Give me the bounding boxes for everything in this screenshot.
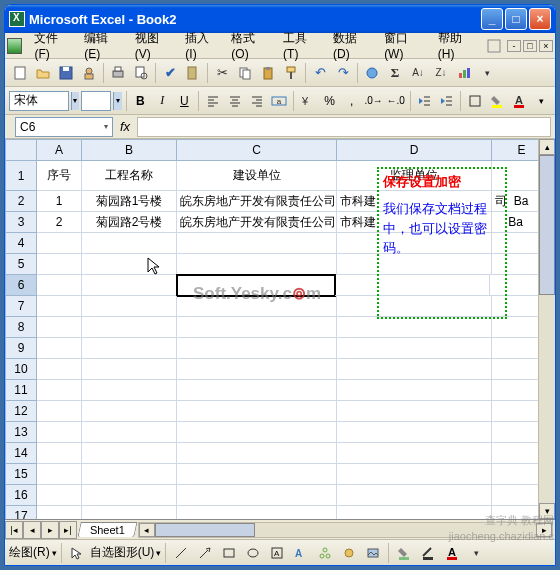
vertical-scrollbar[interactable]: ▴ ▾	[538, 139, 555, 519]
help-input-icon[interactable]	[487, 39, 501, 53]
cell[interactable]	[177, 233, 337, 254]
scroll-track[interactable]	[539, 295, 555, 503]
cut-button[interactable]: ✂	[211, 62, 233, 84]
menu-help[interactable]: 帮助(H)	[432, 27, 483, 64]
cell[interactable]	[82, 464, 177, 485]
row-header[interactable]: 10	[5, 359, 37, 380]
cell[interactable]: 皖东房地产开发有限责任公司	[177, 212, 337, 233]
cell[interactable]	[82, 380, 177, 401]
row-header[interactable]: 17	[5, 506, 37, 519]
cell[interactable]	[82, 443, 177, 464]
cell[interactable]	[337, 443, 492, 464]
textbox-button[interactable]: A	[266, 542, 288, 564]
cell[interactable]	[177, 443, 337, 464]
col-header-c[interactable]: C	[177, 139, 337, 161]
row-header[interactable]: 3	[5, 212, 37, 233]
cell[interactable]	[37, 401, 82, 422]
paste-button[interactable]	[257, 62, 279, 84]
col-header-b[interactable]: B	[82, 139, 177, 161]
clipart-button[interactable]	[338, 542, 360, 564]
toolbar-options-button[interactable]: ▾	[476, 62, 498, 84]
cell[interactable]	[177, 254, 337, 275]
font-size-dropdown[interactable]: ▾	[113, 92, 121, 110]
menu-insert[interactable]: 插入(I)	[179, 27, 225, 64]
merge-center-button[interactable]: a	[269, 91, 289, 111]
redo-button[interactable]: ↷	[332, 62, 354, 84]
tab-nav-next[interactable]: ▸	[41, 521, 59, 539]
cell[interactable]	[337, 485, 492, 506]
row-header[interactable]: 7	[5, 296, 37, 317]
cell[interactable]	[337, 464, 492, 485]
cell[interactable]	[337, 401, 492, 422]
cell[interactable]	[177, 422, 337, 443]
row-header[interactable]: 2	[5, 191, 37, 212]
minimize-button[interactable]: _	[481, 8, 503, 30]
font-name-selector[interactable]: 宋体	[9, 91, 69, 111]
cell[interactable]	[337, 359, 492, 380]
cell[interactable]	[177, 485, 337, 506]
cell[interactable]	[37, 485, 82, 506]
cell[interactable]	[37, 275, 82, 296]
mdi-close[interactable]: ×	[539, 40, 553, 52]
mdi-restore[interactable]: □	[523, 40, 537, 52]
cell[interactable]	[82, 338, 177, 359]
draw-menu[interactable]: 绘图(R)	[9, 544, 50, 561]
draw-options-button[interactable]: ▾	[465, 542, 487, 564]
mdi-minimize[interactable]: -	[507, 40, 521, 52]
cell[interactable]	[337, 422, 492, 443]
autoshapes-menu[interactable]: 自选图形(U)	[90, 544, 155, 561]
row-header[interactable]: 15	[5, 464, 37, 485]
scroll-left-button[interactable]: ◂	[139, 523, 155, 537]
increase-indent-button[interactable]	[436, 91, 456, 111]
rectangle-button[interactable]	[218, 542, 240, 564]
cell[interactable]	[337, 380, 492, 401]
cell[interactable]: 2	[37, 212, 82, 233]
cell[interactable]: 皖东房地产开发有限责任公司	[177, 191, 337, 212]
menu-tools[interactable]: 工具(T)	[277, 27, 327, 64]
cell[interactable]	[37, 254, 82, 275]
cell[interactable]	[177, 380, 337, 401]
name-box-dropdown[interactable]: ▾	[104, 122, 108, 131]
cell[interactable]	[37, 296, 82, 317]
oval-button[interactable]	[242, 542, 264, 564]
cell[interactable]	[37, 464, 82, 485]
spelling-button[interactable]: ✔	[159, 62, 181, 84]
cell[interactable]	[82, 296, 177, 317]
undo-button[interactable]: ↶	[309, 62, 331, 84]
autosum-button[interactable]: Σ	[384, 62, 406, 84]
copy-button[interactable]	[234, 62, 256, 84]
font-size-selector[interactable]	[81, 91, 111, 111]
tab-nav-last[interactable]: ▸|	[59, 521, 77, 539]
doc-icon[interactable]	[7, 38, 22, 54]
cell[interactable]	[37, 422, 82, 443]
underline-button[interactable]: U	[174, 91, 194, 111]
print-button[interactable]	[107, 62, 129, 84]
cell[interactable]	[37, 380, 82, 401]
select-objects-button[interactable]	[66, 542, 88, 564]
print-preview-button[interactable]	[130, 62, 152, 84]
format-painter-button[interactable]	[280, 62, 302, 84]
tab-nav-first[interactable]: |◂	[5, 521, 23, 539]
new-button[interactable]	[9, 62, 31, 84]
cell[interactable]	[37, 506, 82, 519]
decrease-indent-button[interactable]	[414, 91, 434, 111]
cell[interactable]: 序号	[37, 161, 82, 191]
cell[interactable]	[177, 359, 337, 380]
menu-file[interactable]: 文件(F)	[28, 27, 78, 64]
borders-button[interactable]	[465, 91, 485, 111]
wordart-button[interactable]: A	[290, 542, 312, 564]
fill-color-draw-button[interactable]	[393, 542, 415, 564]
col-header-a[interactable]: A	[37, 139, 82, 161]
cell[interactable]	[82, 317, 177, 338]
sort-desc-button[interactable]: Z↓	[430, 62, 452, 84]
bold-button[interactable]: B	[130, 91, 150, 111]
cell[interactable]: 菊园路2号楼	[82, 212, 177, 233]
picture-button[interactable]	[362, 542, 384, 564]
cell[interactable]: 1	[37, 191, 82, 212]
scroll-thumb[interactable]	[539, 155, 555, 295]
cell[interactable]	[177, 464, 337, 485]
chart-wizard-button[interactable]	[453, 62, 475, 84]
increase-decimal-button[interactable]: .0→	[364, 91, 384, 111]
cell[interactable]: 菊园路1号楼	[82, 191, 177, 212]
name-box[interactable]: C6 ▾	[15, 117, 113, 137]
